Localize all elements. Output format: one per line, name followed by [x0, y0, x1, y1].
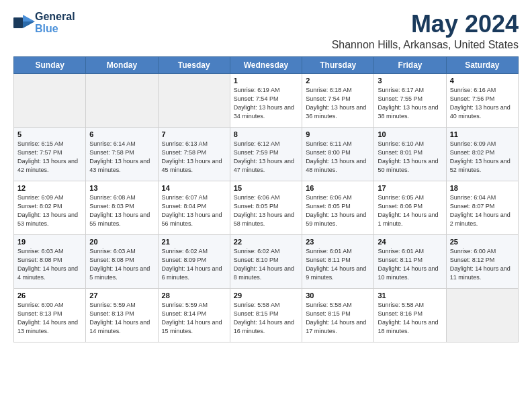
logo-line2: Blue	[35, 23, 75, 35]
logo: General Blue	[13, 11, 75, 36]
calendar-week-4: 19Sunrise: 6:03 AMSunset: 8:08 PMDayligh…	[14, 234, 519, 288]
svg-marker-1	[23, 15, 35, 21]
day-number: 11	[450, 130, 515, 138]
day-number: 10	[378, 130, 442, 138]
weekday-header-friday: Friday	[374, 56, 446, 73]
day-info: Sunrise: 6:13 AMSunset: 7:58 PMDaylight:…	[162, 140, 226, 175]
calendar-cell: 28Sunrise: 5:59 AMSunset: 8:14 PMDayligh…	[158, 288, 230, 342]
day-info: Sunrise: 6:02 AMSunset: 8:10 PMDaylight:…	[234, 247, 298, 282]
day-info: Sunrise: 6:10 AMSunset: 8:01 PMDaylight:…	[378, 140, 442, 175]
day-number: 21	[162, 238, 226, 246]
day-number: 27	[89, 291, 154, 300]
day-number: 29	[234, 291, 298, 300]
calendar-cell: 24Sunrise: 6:01 AMSunset: 8:11 PMDayligh…	[374, 234, 446, 288]
day-number: 7	[162, 130, 226, 138]
calendar-cell	[158, 73, 230, 127]
calendar-cell: 18Sunrise: 6:04 AMSunset: 8:07 PMDayligh…	[446, 181, 518, 234]
day-info: Sunrise: 6:18 AMSunset: 7:54 PMDaylight:…	[306, 86, 370, 121]
day-number: 8	[234, 130, 298, 138]
day-info: Sunrise: 6:02 AMSunset: 8:09 PMDaylight:…	[162, 247, 226, 282]
weekday-header-tuesday: Tuesday	[158, 56, 230, 73]
calendar-cell: 8Sunrise: 6:12 AMSunset: 7:59 PMDaylight…	[230, 127, 302, 181]
day-number: 15	[234, 184, 298, 192]
day-number: 5	[17, 130, 82, 138]
calendar-cell: 9Sunrise: 6:11 AMSunset: 8:00 PMDaylight…	[302, 127, 374, 181]
day-info: Sunrise: 6:00 AMSunset: 8:12 PMDaylight:…	[450, 247, 515, 282]
day-number: 2	[306, 77, 370, 85]
calendar-cell: 17Sunrise: 6:05 AMSunset: 8:06 PMDayligh…	[374, 181, 446, 234]
calendar-cell: 4Sunrise: 6:16 AMSunset: 7:56 PMDaylight…	[446, 73, 518, 127]
calendar-cell: 23Sunrise: 6:01 AMSunset: 8:11 PMDayligh…	[302, 234, 374, 288]
day-info: Sunrise: 6:01 AMSunset: 8:11 PMDaylight:…	[378, 247, 442, 282]
day-number: 9	[306, 130, 370, 138]
day-number: 13	[89, 184, 154, 192]
calendar-cell: 25Sunrise: 6:00 AMSunset: 8:12 PMDayligh…	[446, 234, 518, 288]
day-info: Sunrise: 6:06 AMSunset: 8:05 PMDaylight:…	[234, 193, 298, 228]
day-info: Sunrise: 6:07 AMSunset: 8:04 PMDaylight:…	[162, 193, 226, 228]
svg-marker-2	[23, 21, 35, 28]
calendar-body: 1Sunrise: 6:19 AMSunset: 7:54 PMDaylight…	[14, 73, 519, 342]
calendar-week-5: 26Sunrise: 6:00 AMSunset: 8:13 PMDayligh…	[14, 288, 519, 342]
calendar-cell: 31Sunrise: 5:58 AMSunset: 8:16 PMDayligh…	[374, 288, 446, 342]
calendar-cell	[86, 73, 158, 127]
day-number: 23	[306, 238, 370, 246]
svg-rect-0	[13, 17, 23, 28]
location-title: Shannon Hills, Arkansas, United States	[332, 39, 519, 51]
day-info: Sunrise: 6:03 AMSunset: 8:08 PMDaylight:…	[89, 247, 154, 282]
day-info: Sunrise: 6:15 AMSunset: 7:57 PMDaylight:…	[17, 140, 82, 175]
day-info: Sunrise: 5:59 AMSunset: 8:13 PMDaylight:…	[89, 301, 154, 336]
title-area: May 2024 Shannon Hills, Arkansas, United…	[332, 11, 519, 51]
calendar-cell: 29Sunrise: 5:58 AMSunset: 8:15 PMDayligh…	[230, 288, 302, 342]
day-number: 28	[162, 291, 226, 300]
calendar-cell: 1Sunrise: 6:19 AMSunset: 7:54 PMDaylight…	[230, 73, 302, 127]
calendar-cell: 22Sunrise: 6:02 AMSunset: 8:10 PMDayligh…	[230, 234, 302, 288]
day-number: 30	[306, 291, 370, 300]
day-number: 12	[17, 184, 82, 192]
day-number: 20	[89, 238, 154, 246]
calendar-cell: 26Sunrise: 6:00 AMSunset: 8:13 PMDayligh…	[14, 288, 86, 342]
weekday-header-monday: Monday	[86, 56, 158, 73]
calendar-cell: 10Sunrise: 6:10 AMSunset: 8:01 PMDayligh…	[374, 127, 446, 181]
day-number: 3	[378, 77, 442, 85]
day-number: 25	[450, 238, 515, 246]
calendar-cell: 21Sunrise: 6:02 AMSunset: 8:09 PMDayligh…	[158, 234, 230, 288]
calendar-cell: 11Sunrise: 6:09 AMSunset: 8:02 PMDayligh…	[446, 127, 518, 181]
weekday-header-thursday: Thursday	[302, 56, 374, 73]
day-info: Sunrise: 6:09 AMSunset: 8:02 PMDaylight:…	[17, 193, 82, 228]
day-number: 26	[17, 291, 82, 300]
header: General Blue May 2024 Shannon Hills, Ark…	[13, 11, 519, 51]
calendar-week-1: 1Sunrise: 6:19 AMSunset: 7:54 PMDaylight…	[14, 73, 519, 127]
day-number: 14	[162, 184, 226, 192]
day-info: Sunrise: 6:08 AMSunset: 8:03 PMDaylight:…	[89, 193, 154, 228]
day-info: Sunrise: 5:58 AMSunset: 8:15 PMDaylight:…	[234, 301, 298, 336]
calendar-cell: 20Sunrise: 6:03 AMSunset: 8:08 PMDayligh…	[86, 234, 158, 288]
day-number: 19	[17, 238, 82, 246]
calendar-cell: 27Sunrise: 5:59 AMSunset: 8:13 PMDayligh…	[86, 288, 158, 342]
calendar-cell: 13Sunrise: 6:08 AMSunset: 8:03 PMDayligh…	[86, 181, 158, 234]
day-number: 24	[378, 238, 442, 246]
day-number: 4	[450, 77, 515, 85]
day-info: Sunrise: 6:16 AMSunset: 7:56 PMDaylight:…	[450, 86, 515, 121]
calendar-cell: 15Sunrise: 6:06 AMSunset: 8:05 PMDayligh…	[230, 181, 302, 234]
day-info: Sunrise: 6:00 AMSunset: 8:13 PMDaylight:…	[17, 301, 82, 336]
day-info: Sunrise: 6:04 AMSunset: 8:07 PMDaylight:…	[450, 193, 515, 228]
calendar-cell: 3Sunrise: 6:17 AMSunset: 7:55 PMDaylight…	[374, 73, 446, 127]
day-number: 31	[378, 291, 442, 300]
day-number: 6	[89, 130, 154, 138]
calendar-cell: 30Sunrise: 5:58 AMSunset: 8:15 PMDayligh…	[302, 288, 374, 342]
day-number: 17	[378, 184, 442, 192]
day-number: 22	[234, 238, 298, 246]
day-info: Sunrise: 6:17 AMSunset: 7:55 PMDaylight:…	[378, 86, 442, 121]
logo-line1: General	[35, 11, 75, 23]
calendar-table: SundayMondayTuesdayWednesdayThursdayFrid…	[13, 56, 519, 342]
day-info: Sunrise: 6:01 AMSunset: 8:11 PMDaylight:…	[306, 247, 370, 282]
calendar-cell: 7Sunrise: 6:13 AMSunset: 7:58 PMDaylight…	[158, 127, 230, 181]
calendar-cell	[446, 288, 518, 342]
logo-icon	[13, 15, 35, 31]
day-info: Sunrise: 6:11 AMSunset: 8:00 PMDaylight:…	[306, 140, 370, 175]
day-number: 18	[450, 184, 515, 192]
day-info: Sunrise: 5:59 AMSunset: 8:14 PMDaylight:…	[162, 301, 226, 336]
calendar-cell: 2Sunrise: 6:18 AMSunset: 7:54 PMDaylight…	[302, 73, 374, 127]
weekday-header-saturday: Saturday	[446, 56, 518, 73]
calendar-cell: 12Sunrise: 6:09 AMSunset: 8:02 PMDayligh…	[14, 181, 86, 234]
